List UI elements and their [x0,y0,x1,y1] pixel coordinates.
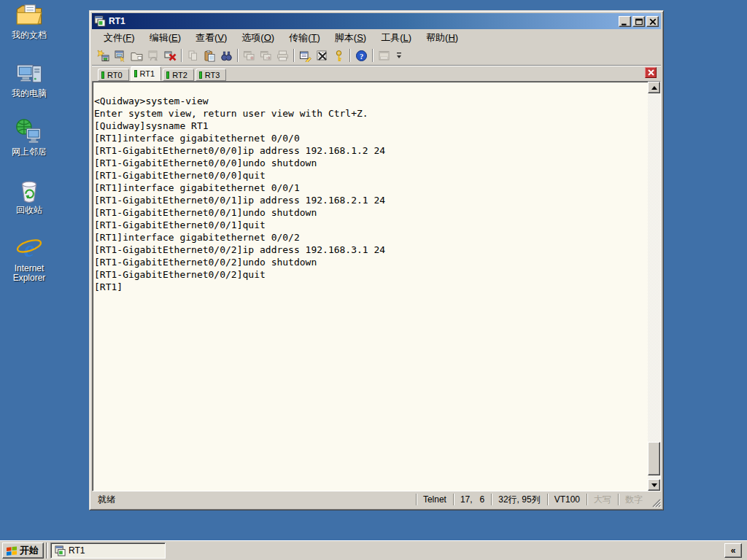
desktop-icon-my-documents[interactable]: 我的文档 [3,1,55,60]
session-window-icon [260,50,272,62]
title-bar[interactable]: RT1 [92,13,661,29]
status-panel-5: 数字 [618,494,649,505]
print-button [274,47,291,63]
tab-rt3[interactable]: RT3 [196,69,227,81]
desktop-icon-label: Internet Explorer [3,264,55,283]
command-window-icon [378,50,390,62]
toolbar-separator [237,49,239,62]
next-session-button [258,47,274,63]
tab-label: RT3 [205,71,220,79]
close-button[interactable] [646,16,659,27]
connect-icon [114,50,126,62]
tab-rt1[interactable]: RT1 [131,66,162,81]
internet-explorer-icon: e [15,235,43,262]
terminal-area: <Quidway>system-view Enter system view, … [92,81,661,491]
help-button[interactable]: ? [353,47,370,63]
copy-icon [187,50,199,62]
help-icon: ? [355,50,368,62]
task-buttons: RT1 [50,542,166,559]
connect-in-tab-icon [131,50,143,62]
desktop-icon-label: 我的电脑 [12,89,47,98]
svg-text:e: e [24,236,34,262]
terminal-window-icon [94,15,106,27]
desktop-icon-label: 我的文档 [12,31,47,40]
tab-status-indicator [134,70,137,77]
task-label: RT1 [69,545,85,556]
paste-button[interactable] [201,47,218,63]
status-panel-2: 32行, 95列 [491,494,546,505]
connect-in-tab-button[interactable] [128,47,145,63]
desktop-icon-network-places[interactable]: 网上邻居 [3,118,55,176]
reconnect-icon [147,50,160,62]
start-button[interactable]: 开始 [2,542,44,559]
desktop-icon-my-computer[interactable]: 我的电脑 [3,60,55,118]
desktop-icon-recycle-bin[interactable]: 回收站 [3,176,55,235]
session-options-button[interactable] [297,47,314,63]
tab-rt2[interactable]: RT2 [163,69,194,81]
minimize-button[interactable] [619,16,631,27]
desktop-icon-internet-explorer[interactable]: eInternet Explorer [3,235,55,293]
disconnect-button[interactable] [162,47,179,63]
keymap-button[interactable] [330,47,347,63]
find-button[interactable] [218,47,235,63]
tab-status-indicator [101,71,104,79]
status-panels: Telnet17, 632行, 95列VT100大写数字 [416,491,649,508]
connect-button[interactable] [112,47,128,63]
taskbar-task-rt1[interactable]: RT1 [50,542,166,559]
desktop: { "colors": { "desktop_background": "#3F… [0,0,747,560]
menu-item-f[interactable]: 文件(F) [96,30,142,46]
terminal-output[interactable]: <Quidway>system-view Enter system view, … [94,82,646,491]
copy-button [185,47,201,63]
close-tab-button[interactable] [645,67,657,78]
status-panel-1: 17, 6 [453,494,491,505]
menu-item-o[interactable]: 选项(O) [234,30,282,46]
toolbar-overflow-button[interactable] [394,47,403,63]
menu-item-h[interactable]: 帮助(H) [419,30,465,46]
tab-status-indicator [199,71,202,79]
scroll-up-button[interactable] [648,82,660,93]
quick-connect-icon [97,50,109,62]
network-places-icon [15,118,43,146]
desktop-icon-list: 我的文档我的电脑网上邻居回收站eInternet Explorer [3,1,55,293]
tab-strip: RT0RT1RT2RT3 [92,66,661,81]
status-panel-4: 大写 [587,494,618,505]
my-computer-icon [15,60,43,88]
keymap-icon [333,50,345,62]
reconnect-button [145,47,162,63]
desktop-icon-label: 网上邻居 [12,147,47,157]
terminal-window-icon [55,545,66,556]
start-label: 开始 [20,544,39,557]
toolbar-separator [293,49,295,62]
menu-item-l[interactable]: 工具(L) [374,30,419,46]
recycle-bin-icon [15,176,43,204]
status-ready-text: 就绪 [98,494,416,506]
windows-logo-icon [6,545,18,556]
disconnect-icon [164,50,177,62]
status-panel-0: Telnet [416,494,453,505]
global-options-button[interactable] [314,47,330,63]
quick-connect-button[interactable] [95,47,112,63]
print-icon [276,50,289,62]
tab-rt0[interactable]: RT0 [98,69,129,81]
menu-item-t[interactable]: 传输(T) [282,30,328,46]
maximize-button[interactable] [632,16,645,27]
menu-item-e[interactable]: 编辑(E) [142,30,188,46]
menu-item-v[interactable]: 查看(V) [188,30,234,46]
tab-label: RT0 [107,71,123,79]
toolbar-separator [181,49,182,62]
tray-overflow-button[interactable]: « [724,543,742,558]
toolbar: ? [92,46,661,66]
paste-icon [204,50,216,62]
command-window-button [376,47,392,63]
menu-item-s[interactable]: 脚本(S) [328,30,374,46]
status-bar: 就绪 Telnet17, 632行, 95列VT100大写数字 [92,491,661,508]
toolbar-separator [349,49,351,62]
svg-text:?: ? [360,52,363,60]
scrollbar-thumb[interactable] [648,442,660,475]
vertical-scrollbar[interactable] [648,82,660,491]
scroll-down-button[interactable] [648,479,660,491]
desktop-icon-label: 回收站 [16,206,42,215]
resize-grip[interactable] [649,496,661,508]
global-options-icon [316,50,328,62]
previous-session-button [241,47,258,63]
